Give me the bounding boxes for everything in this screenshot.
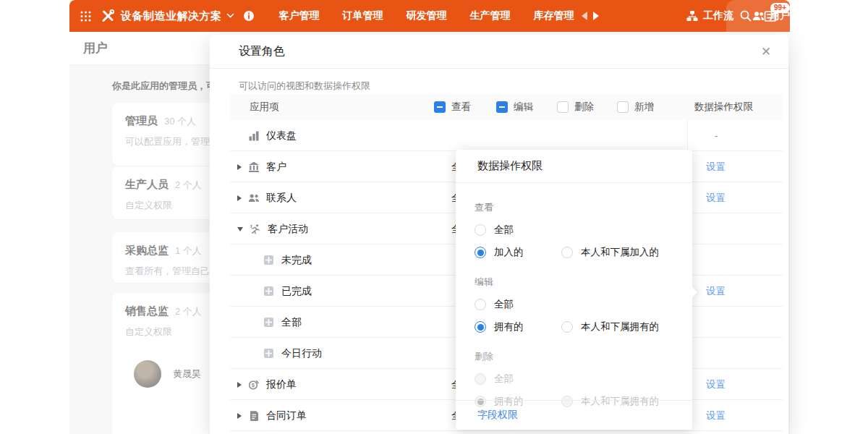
set-link[interactable]: 设置: [706, 161, 726, 174]
caret-left-icon[interactable]: [582, 12, 587, 20]
option-row: 拥有的 本人和下属拥有的: [475, 320, 673, 333]
column-label: 查看: [451, 101, 471, 114]
topbar-nav-item[interactable]: 研发管理: [407, 9, 447, 22]
row-label: 已完成: [281, 285, 312, 298]
chevron-down-icon[interactable]: [226, 13, 234, 19]
topbar-nav-item[interactable]: 客户管理: [279, 9, 320, 22]
radio-icon[interactable]: [475, 299, 486, 310]
quote-icon: $: [248, 379, 260, 391]
radio-icon[interactable]: [561, 247, 573, 258]
column-checkbox[interactable]: [557, 101, 569, 113]
topbar-nav-item[interactable]: 生产管理: [470, 9, 511, 22]
topbar-nav-item[interactable]: 库存管理: [534, 9, 574, 22]
radio-icon[interactable]: [475, 224, 486, 236]
perm-column-查看: 查看: [434, 94, 471, 120]
radio-option[interactable]: 全部: [475, 224, 561, 237]
data-permission-cell: 设置: [687, 400, 783, 431]
radio-option[interactable]: 拥有的: [475, 320, 561, 333]
row-name: 全部: [263, 307, 302, 338]
popover-section: 删除 全部 拥有的 本人和下属拥有的: [475, 350, 673, 408]
notifications-wrap: 99+: [764, 10, 777, 22]
popover-section: 查看 全部 加入的 本人和下属加入的: [475, 201, 673, 259]
field-permission-link[interactable]: 字段权限: [477, 409, 518, 422]
row-name: 客户活动: [237, 213, 308, 244]
option-label: 全部: [494, 373, 514, 386]
option-label: 本人和下属拥有的: [581, 320, 659, 333]
data-permission-cell: 设置: [687, 276, 783, 307]
data-permission-cell: 设置: [687, 369, 783, 400]
row-label: 全部: [281, 316, 302, 329]
tools-icon: [101, 9, 115, 23]
radio-option[interactable]: 加入的: [475, 246, 561, 259]
view-icon: [263, 348, 275, 359]
option-label: 本人和下属加入的: [581, 246, 659, 259]
popover-title: 数据操作权限: [477, 159, 542, 173]
caret-right-icon[interactable]: [593, 12, 599, 20]
search-icon[interactable]: [739, 9, 752, 22]
row-name: 已完成: [263, 276, 312, 307]
column-label: 删除: [574, 101, 594, 114]
topbar-nav-item[interactable]: 订单管理: [343, 9, 383, 22]
caret-down-icon[interactable]: [237, 227, 243, 231]
table-header: 应用项 查看 编辑 删除 新增 数据操作权限: [230, 94, 783, 120]
row-label: 今日行动: [281, 347, 322, 360]
row-label: 合同订单: [266, 409, 307, 422]
modal-header: 设置角色 ✕: [210, 35, 788, 69]
close-icon[interactable]: ✕: [758, 43, 774, 59]
radio-option[interactable]: 本人和下属拥有的: [561, 320, 673, 333]
radio-icon[interactable]: [475, 321, 486, 333]
set-link[interactable]: 设置: [706, 378, 726, 391]
column-app: 应用项: [250, 94, 279, 120]
set-link[interactable]: 设置: [706, 285, 726, 298]
column-checkbox[interactable]: [434, 101, 446, 113]
radio-option[interactable]: 全部: [475, 298, 561, 311]
data-permission-cell: 设置: [687, 182, 783, 213]
row-label: 客户: [266, 161, 286, 174]
view-icon: [263, 255, 275, 266]
app-grid-icon[interactable]: [80, 10, 92, 22]
set-link[interactable]: 设置: [706, 192, 726, 205]
customer-icon: [248, 161, 260, 173]
info-icon[interactable]: [243, 10, 255, 22]
set-link[interactable]: 设置: [706, 409, 726, 422]
section-label: 查看: [475, 201, 673, 214]
topbar: 设备制造业解决方案 客户管理订单管理研发管理生产管理库存管理: [69, 0, 790, 32]
row-name: $报价单: [237, 369, 297, 400]
radio-option[interactable]: 本人和下属加入的: [561, 246, 673, 259]
row-name: 客户: [237, 151, 286, 182]
notification-badge[interactable]: 99+: [770, 3, 790, 13]
data-permission-cell: 设置: [687, 151, 783, 182]
view-icon: [263, 317, 275, 328]
option-row: 加入的 本人和下属加入的: [475, 246, 673, 259]
topbar-nav: 客户管理订单管理研发管理生产管理库存管理: [279, 9, 574, 22]
dashboard-icon: [248, 130, 260, 142]
section-label: 删除: [475, 350, 673, 363]
caret-right-icon[interactable]: [237, 382, 242, 388]
workflow-icon: [686, 10, 698, 22]
view-icon: [263, 286, 275, 297]
radio-icon[interactable]: [475, 247, 486, 258]
data-permission-cell: [687, 338, 783, 369]
row-label: 未完成: [281, 254, 312, 267]
radio-icon: [475, 373, 486, 385]
column-checkbox[interactable]: [496, 101, 508, 113]
perm-column-删除: 删除: [557, 94, 594, 120]
caret-right-icon[interactable]: [237, 413, 242, 419]
radio-icon[interactable]: [561, 321, 573, 333]
option-row: 全部: [475, 298, 673, 311]
order-icon: [248, 410, 260, 422]
data-permission-cell: -: [687, 120, 783, 151]
row-name: 合同订单: [237, 400, 307, 431]
app-title[interactable]: 设备制造业解决方案: [121, 9, 222, 23]
option-label: 全部: [494, 298, 514, 311]
option-row: 全部: [475, 224, 673, 237]
caret-right-icon[interactable]: [237, 195, 242, 201]
topbar-highlight: 99+: [726, 0, 790, 32]
popover-header: 数据操作权限: [456, 150, 692, 183]
app-window: 设备制造业解决方案 客户管理订单管理研发管理生产管理库存管理: [69, 0, 790, 434]
caret-right-icon[interactable]: [237, 164, 242, 170]
column-checkbox[interactable]: [617, 101, 629, 113]
column-label: 编辑: [514, 101, 533, 114]
nav-scroll-arrows: [582, 12, 599, 20]
option-label: 拥有的: [494, 320, 524, 333]
